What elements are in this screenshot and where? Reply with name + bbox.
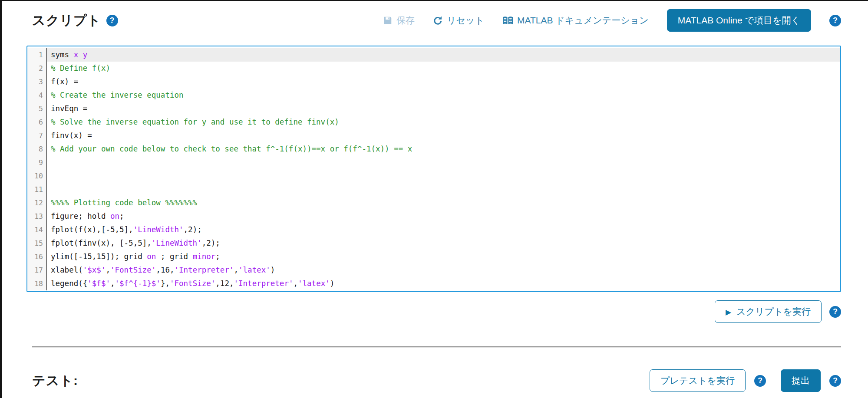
code-line-text: ylim([-15,15]); grid on ; grid minor; bbox=[47, 250, 840, 263]
save-icon bbox=[383, 16, 393, 25]
code-line-text: % Solve the inverse equation for y and u… bbox=[47, 115, 840, 129]
run-script-label: スクリプトを実行 bbox=[736, 306, 811, 318]
script-panel: スクリプト ? 保存 リセット MATLAB ドキュメンテーション bbox=[2, 1, 868, 392]
code-editor[interactable]: 1syms x y2% Define f(x)3f(x) =4% Create … bbox=[26, 46, 841, 292]
code-line[interactable]: 8% Add your own code below to check to s… bbox=[27, 142, 840, 156]
line-number: 18 bbox=[27, 277, 47, 290]
line-number: 11 bbox=[27, 183, 47, 196]
line-number: 1 bbox=[27, 48, 47, 62]
code-line[interactable]: 9 bbox=[27, 156, 840, 169]
line-number: 2 bbox=[27, 62, 47, 75]
code-line[interactable]: 15fplot(finv(x), [-5,5],'LineWidth',2); bbox=[27, 237, 840, 250]
header: スクリプト ? 保存 リセット MATLAB ドキュメンテーション bbox=[26, 7, 841, 34]
line-number: 16 bbox=[27, 250, 47, 263]
run-script-row: ▶ スクリプトを実行 ? bbox=[26, 300, 841, 323]
code-line[interactable]: 17xlabel('$x$','FontSize',16,'Interprete… bbox=[27, 263, 840, 277]
run-pretest-button[interactable]: プレテストを実行 bbox=[650, 369, 746, 392]
line-number: 17 bbox=[27, 263, 47, 277]
code-line[interactable]: 1syms x y bbox=[27, 48, 840, 62]
line-number: 7 bbox=[27, 129, 47, 142]
tests-title: テスト: bbox=[32, 372, 78, 390]
code-line[interactable]: 18legend({'$f$','$f^{-1}$'},'FontSize',1… bbox=[27, 277, 840, 290]
run-script-button[interactable]: ▶ スクリプトを実行 bbox=[715, 300, 822, 323]
code-line[interactable]: 4% Create the inverse equation bbox=[27, 89, 840, 102]
save-button: 保存 bbox=[383, 14, 415, 26]
code-line[interactable]: 6% Solve the inverse equation for y and … bbox=[27, 115, 840, 129]
section-divider bbox=[32, 346, 841, 348]
code-line[interactable]: 3f(x) = bbox=[27, 75, 840, 89]
code-line[interactable]: 7finv(x) = bbox=[27, 129, 840, 142]
code-line-text: % Create the inverse equation bbox=[47, 89, 840, 102]
code-line-text: % Define f(x) bbox=[47, 62, 840, 75]
code-line-text: invEqn = bbox=[47, 102, 840, 115]
help-icon-open-online[interactable]: ? bbox=[829, 15, 841, 26]
page-title: スクリプト bbox=[32, 12, 101, 30]
help-icon-pretest[interactable]: ? bbox=[754, 375, 766, 387]
reset-button[interactable]: リセット bbox=[433, 14, 484, 26]
submit-button[interactable]: 提出 bbox=[781, 369, 821, 392]
tests-section: テスト: プレテストを実行 ? 提出 ? bbox=[26, 369, 841, 392]
code-line[interactable]: 2% Define f(x) bbox=[27, 62, 840, 75]
book-icon bbox=[502, 16, 513, 26]
code-line-text bbox=[47, 156, 840, 169]
line-number: 14 bbox=[27, 223, 47, 237]
line-number: 10 bbox=[27, 169, 47, 183]
code-line[interactable]: 5invEqn = bbox=[27, 102, 840, 115]
matlab-documentation-link[interactable]: MATLAB ドキュメンテーション bbox=[502, 14, 649, 26]
code-editor-lines: 1syms x y2% Define f(x)3f(x) =4% Create … bbox=[27, 46, 840, 291]
code-line-text bbox=[47, 169, 840, 183]
open-matlab-online-button[interactable]: MATLAB Online で項目を開く bbox=[667, 9, 811, 32]
code-line[interactable]: 10 bbox=[27, 169, 840, 183]
code-line[interactable]: 16ylim([-15,15]); grid on ; grid minor; bbox=[27, 250, 840, 263]
save-label: 保存 bbox=[396, 14, 415, 26]
reset-label: リセット bbox=[447, 14, 484, 26]
code-line[interactable]: 13figure; hold on; bbox=[27, 210, 840, 223]
code-line-text: xlabel('$x$','FontSize',16,'Interpreter'… bbox=[47, 263, 840, 277]
code-line-text: syms x y bbox=[47, 48, 840, 62]
line-number: 5 bbox=[27, 102, 47, 115]
help-icon-submit[interactable]: ? bbox=[829, 375, 841, 387]
line-number: 3 bbox=[27, 75, 47, 89]
code-line-text: fplot(finv(x), [-5,5],'LineWidth',2); bbox=[47, 237, 840, 250]
code-line[interactable]: 11 bbox=[27, 183, 840, 196]
help-icon-script[interactable]: ? bbox=[106, 15, 118, 26]
code-line-text: legend({'$f$','$f^{-1}$'},'FontSize',12,… bbox=[47, 277, 840, 290]
matlab-documentation-label: MATLAB ドキュメンテーション bbox=[517, 14, 649, 26]
code-line-text bbox=[47, 183, 840, 196]
code-line-text: %%%% Plotting code below %%%%%%% bbox=[47, 196, 840, 210]
reset-icon bbox=[433, 16, 443, 26]
line-number: 15 bbox=[27, 237, 47, 250]
line-number: 9 bbox=[27, 156, 47, 169]
code-line-text: fplot(f(x),[-5,5],'LineWidth',2); bbox=[47, 223, 840, 237]
code-line-text: f(x) = bbox=[47, 75, 840, 89]
code-line[interactable]: 12%%%% Plotting code below %%%%%%% bbox=[27, 196, 840, 210]
code-line-text: % Add your own code below to check to se… bbox=[47, 142, 840, 156]
line-number: 6 bbox=[27, 115, 47, 129]
code-line-text: finv(x) = bbox=[47, 129, 840, 142]
line-number: 13 bbox=[27, 210, 47, 223]
line-number: 4 bbox=[27, 89, 47, 102]
code-line[interactable]: 14fplot(f(x),[-5,5],'LineWidth',2); bbox=[27, 223, 840, 237]
play-icon: ▶ bbox=[726, 309, 731, 316]
toolbar: 保存 リセット MATLAB ドキュメンテーション MATLAB Online … bbox=[383, 9, 841, 32]
line-number: 8 bbox=[27, 142, 47, 156]
line-number: 12 bbox=[27, 196, 47, 210]
help-icon-run-script[interactable]: ? bbox=[829, 306, 841, 318]
code-line-text: figure; hold on; bbox=[47, 210, 840, 223]
